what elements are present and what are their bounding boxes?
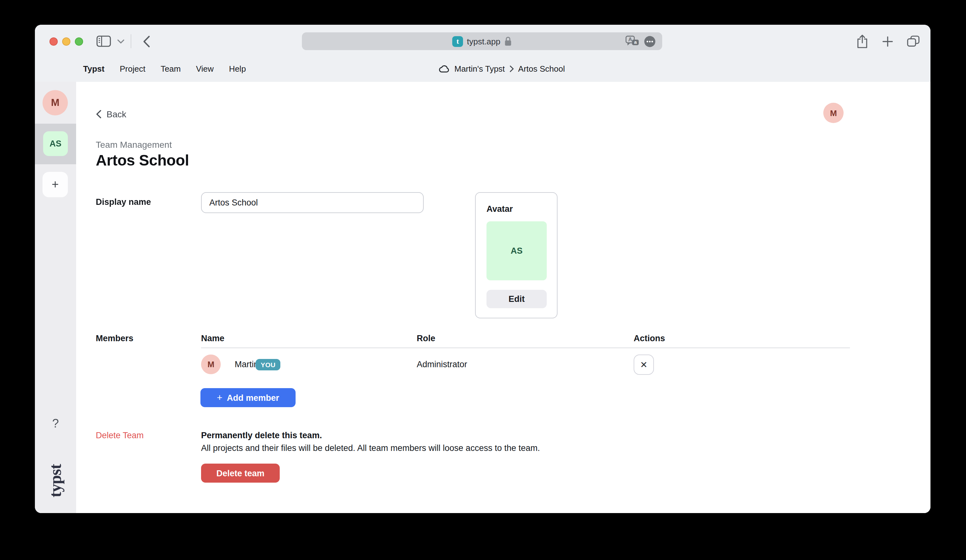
svg-text:A: A [628, 36, 632, 43]
avatar-card: Avatar AS Edit [475, 192, 557, 319]
toolbar-divider [131, 34, 131, 48]
personal-account-avatar[interactable]: M [43, 90, 68, 115]
breadcrumb-parent[interactable]: Martin's Typst [455, 64, 505, 73]
delete-team-label: Delete Team [96, 430, 144, 440]
member-name: Martin [235, 355, 258, 374]
svg-text:a: a [634, 39, 637, 45]
sidebar-toggle-icon[interactable] [97, 36, 111, 47]
back-label: Back [107, 109, 126, 119]
zoom-window-button[interactable] [75, 38, 83, 46]
column-header-role: Role [417, 333, 435, 343]
display-name-label: Display name [96, 197, 151, 207]
translate-icon[interactable]: A a [625, 36, 639, 47]
workspace-sidebar: M AS + ? typst [35, 82, 76, 513]
table-header-divider [201, 348, 850, 348]
menu-help[interactable]: Help [229, 64, 246, 73]
screen: t typst.app A [0, 0, 966, 560]
close-window-button[interactable] [49, 38, 58, 46]
member-avatar: M [201, 355, 221, 374]
minimize-window-button[interactable] [62, 38, 71, 46]
team-management-page: Back M Team Management Artos School Disp… [76, 82, 930, 513]
titlebar: t typst.app A [35, 25, 930, 58]
chevron-down-icon[interactable] [117, 39, 124, 43]
add-member-button[interactable]: + Add member [200, 388, 296, 407]
close-icon: ✕ [640, 360, 647, 369]
menu-project[interactable]: Project [120, 64, 145, 73]
help-icon[interactable]: ? [35, 417, 76, 430]
selected-team-highlight: AS [35, 124, 76, 164]
page-title: Artos School [96, 151, 189, 169]
column-header-name: Name [201, 333, 225, 343]
page-options-ellipsis-icon[interactable] [644, 35, 656, 47]
you-badge: YOU [256, 359, 281, 370]
chevron-left-icon [96, 110, 102, 118]
chevron-right-icon [509, 65, 514, 72]
display-name-input[interactable] [201, 192, 424, 213]
cloud-icon [439, 64, 450, 72]
new-tab-plus-icon[interactable] [882, 36, 893, 47]
team-avatar-preview: AS [486, 221, 547, 280]
add-member-label: Add member [227, 393, 279, 402]
menu-view[interactable]: View [196, 64, 214, 73]
plus-icon: + [217, 392, 223, 403]
menu-typst[interactable]: Typst [83, 64, 104, 73]
delete-warning-title: Permanently delete this team. [201, 430, 322, 440]
back-link[interactable]: Back [96, 109, 126, 119]
team-avatar-selected[interactable]: AS [43, 131, 68, 156]
members-label: Members [96, 333, 133, 343]
remove-member-button[interactable]: ✕ [634, 355, 654, 375]
browser-chrome: t typst.app A [35, 25, 930, 82]
member-role: Administrator [417, 355, 467, 374]
delete-warning-body: All projects and their files will be del… [201, 443, 540, 453]
address-bar[interactable]: t typst.app A [302, 32, 662, 50]
avatar-label: Avatar [486, 204, 513, 214]
edit-avatar-button[interactable]: Edit [486, 290, 547, 308]
user-menu-avatar[interactable]: M [823, 103, 844, 123]
browser-window: t typst.app A [35, 25, 930, 513]
lock-icon [504, 36, 512, 46]
site-favicon: t [452, 36, 463, 47]
typst-logo: typst [46, 464, 65, 498]
tab-overview-icon[interactable] [907, 36, 920, 47]
breadcrumb: Martin's Typst Artos School [439, 59, 565, 78]
add-team-button[interactable]: + [43, 172, 68, 197]
delete-team-button[interactable]: Delete team [201, 464, 280, 483]
table-row: M Martin YOU Administrator ✕ [201, 355, 850, 375]
column-header-actions: Actions [634, 333, 665, 343]
url-text: typst.app [467, 36, 501, 46]
section-label: Team Management [96, 140, 172, 149]
app-menubar: Typst Project Team View Help Martin's Ty… [35, 58, 930, 82]
back-nav-icon[interactable] [143, 35, 150, 47]
breadcrumb-current[interactable]: Artos School [518, 64, 565, 73]
menu-team[interactable]: Team [161, 64, 181, 73]
share-icon[interactable] [856, 34, 868, 49]
